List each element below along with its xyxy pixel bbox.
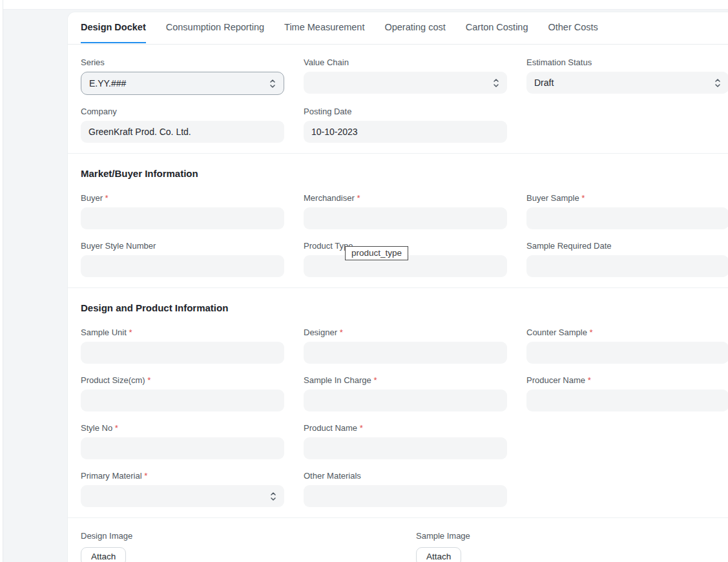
buyer-style-number-label: Buyer Style Number: [81, 241, 284, 251]
product-name-input[interactable]: [304, 437, 507, 459]
company-input[interactable]: [81, 121, 284, 143]
field-sample-image: Sample Image Attach: [416, 531, 728, 562]
section-market-buyer: Market/Buyer Information Buyer * Merchan…: [68, 168, 728, 288]
tab-time-measurement[interactable]: Time Measurement: [284, 12, 364, 43]
sample-unit-input[interactable]: [81, 342, 284, 364]
field-product-size: Product Size(cm) *: [81, 375, 284, 411]
field-designer: Designer *: [304, 328, 507, 364]
field-series: Series E.YY.###: [81, 57, 284, 95]
buyer-label: Buyer *: [81, 193, 284, 203]
required-asterisk: *: [360, 423, 363, 433]
product-size-label: Product Size(cm) *: [81, 375, 284, 385]
section-title: Market/Buyer Information: [81, 168, 715, 179]
section-title: Design and Product Information: [81, 302, 715, 313]
select-caret-icon: [270, 492, 276, 501]
product-name-label: Product Name *: [304, 423, 507, 433]
estimation-status-value: Draft: [534, 78, 554, 88]
required-asterisk: *: [115, 423, 118, 433]
producer-name-label: Producer Name *: [526, 375, 728, 385]
product-size-input[interactable]: [81, 390, 284, 411]
field-sample-required-date: Sample Required Date: [526, 241, 728, 277]
series-value: E.YY.###: [89, 78, 126, 88]
sample-required-date-input[interactable]: [526, 255, 728, 277]
sample-image-label: Sample Image: [416, 531, 728, 541]
field-producer-name: Producer Name *: [526, 375, 728, 411]
field-buyer: Buyer *: [81, 193, 284, 229]
field-other-materials: Other Materials: [304, 471, 507, 507]
design-image-label: Design Image: [81, 531, 416, 541]
counter-sample-input[interactable]: [526, 342, 728, 364]
tab-operating-cost[interactable]: Operating cost: [384, 12, 445, 43]
estimation-status-label: Estimation Status: [526, 57, 728, 67]
field-sample-unit: Sample Unit *: [81, 328, 284, 364]
buyer-input[interactable]: [81, 207, 284, 229]
required-asterisk: *: [144, 471, 147, 481]
field-primary-material: Primary Material *: [81, 471, 284, 507]
producer-name-input[interactable]: [526, 390, 728, 411]
sample-required-date-label: Sample Required Date: [526, 241, 728, 251]
required-asterisk: *: [147, 375, 151, 385]
designer-label: Designer *: [304, 328, 507, 337]
series-select[interactable]: E.YY.###: [81, 72, 284, 95]
series-label: Series: [81, 57, 284, 67]
sample-image-attach-button[interactable]: Attach: [416, 547, 461, 562]
buyer-sample-label: Buyer Sample *: [526, 193, 728, 203]
other-materials-label: Other Materials: [304, 471, 507, 481]
field-buyer-sample: Buyer Sample *: [526, 193, 728, 229]
required-asterisk: *: [129, 328, 132, 337]
posting-date-input[interactable]: [304, 121, 507, 143]
value-chain-label: Value Chain: [304, 57, 507, 67]
form-card: Design Docket Consumption Reporting Time…: [67, 12, 728, 562]
field-estimation-status: Estimation Status Draft: [526, 57, 728, 95]
counter-sample-label: Counter Sample *: [526, 328, 728, 337]
field-merchandiser: Merchandiser *: [304, 193, 507, 229]
field-counter-sample: Counter Sample *: [526, 328, 728, 364]
section-design-product: Design and Product Information Sample Un…: [68, 302, 728, 518]
section-basic: Series E.YY.### Value Chain Estimation S…: [68, 45, 728, 154]
required-asterisk: *: [590, 328, 593, 337]
field-buyer-style-number: Buyer Style Number: [81, 241, 284, 277]
field-style-no: Style No *: [81, 423, 284, 459]
section-attachments: Design Image Attach Sample Image Attach: [68, 518, 728, 562]
select-caret-icon: [714, 78, 721, 88]
buyer-style-number-input[interactable]: [81, 255, 284, 277]
field-posting-date: Posting Date: [304, 107, 507, 143]
tab-other-costs[interactable]: Other Costs: [548, 12, 598, 43]
fieldname-tooltip: product_type: [345, 246, 408, 260]
value-chain-select[interactable]: [304, 72, 507, 94]
design-image-attach-button[interactable]: Attach: [81, 547, 126, 562]
required-asterisk: *: [588, 375, 591, 385]
style-no-label: Style No *: [81, 423, 284, 433]
select-caret-icon: [269, 79, 276, 88]
tab-design-docket[interactable]: Design Docket: [81, 12, 146, 43]
other-materials-input[interactable]: [304, 485, 507, 507]
sample-in-charge-input[interactable]: [304, 390, 507, 411]
estimation-status-select[interactable]: Draft: [526, 72, 728, 94]
field-value-chain: Value Chain: [304, 57, 507, 95]
required-asterisk: *: [581, 193, 585, 203]
form-tab-bar: Design Docket Consumption Reporting Time…: [68, 12, 728, 45]
required-asterisk: *: [357, 193, 360, 203]
required-asterisk: *: [340, 328, 343, 337]
left-panel-edge: [0, 0, 3, 562]
field-company: Company: [81, 107, 284, 143]
tab-consumption-reporting[interactable]: Consumption Reporting: [166, 12, 264, 43]
primary-material-label: Primary Material *: [81, 471, 284, 481]
merchandiser-label: Merchandiser *: [304, 193, 507, 203]
field-product-name: Product Name *: [304, 423, 507, 459]
select-caret-icon: [493, 78, 499, 88]
buyer-sample-input[interactable]: [526, 207, 728, 229]
field-design-image: Design Image Attach: [81, 531, 416, 562]
company-label: Company: [81, 107, 284, 116]
tab-carton-costing[interactable]: Carton Costing: [466, 12, 528, 43]
sample-unit-label: Sample Unit *: [81, 328, 284, 337]
primary-material-select[interactable]: [81, 485, 284, 507]
sample-in-charge-label: Sample In Charge *: [304, 375, 507, 385]
posting-date-label: Posting Date: [304, 107, 507, 116]
top-navbar-edge: [0, 0, 728, 10]
required-asterisk: *: [373, 375, 377, 385]
field-sample-in-charge: Sample In Charge *: [304, 375, 507, 411]
style-no-input[interactable]: [81, 437, 284, 459]
designer-input[interactable]: [304, 342, 507, 364]
merchandiser-input[interactable]: [304, 207, 507, 229]
